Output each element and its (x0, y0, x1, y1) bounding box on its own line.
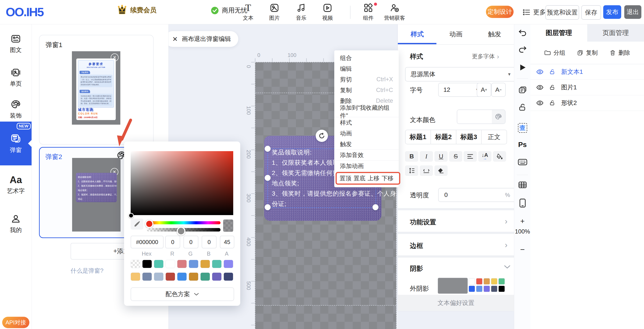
delete-button[interactable]: 删除 (610, 49, 630, 57)
shadow-swatch[interactable] (491, 278, 497, 285)
border-section[interactable]: 边框 (410, 241, 423, 250)
opacity-input[interactable]: 0 % (438, 188, 516, 202)
preview-play-button[interactable] (514, 63, 531, 71)
underline-button[interactable]: U (434, 151, 448, 162)
swatch[interactable] (212, 260, 222, 268)
menu-item-group[interactable]: 组合 (334, 52, 399, 63)
align-button[interactable] (464, 151, 477, 162)
strikethrough-button[interactable]: S (449, 151, 462, 162)
bold-button[interactable]: B (405, 151, 418, 162)
letter-spacing-button[interactable] (420, 165, 433, 176)
menu-item-animation[interactable]: 动画 (334, 128, 399, 139)
renew-membership-button[interactable]: 续费会员 (117, 4, 156, 16)
rotate-handle[interactable] (316, 130, 328, 142)
tab-trigger[interactable]: 触发 (475, 24, 514, 44)
grid-button[interactable] (514, 181, 531, 189)
tab-layer-management[interactable]: 图层管理 (530, 24, 587, 42)
resize-handle-w[interactable] (264, 175, 271, 181)
save-button[interactable]: 保存 (581, 5, 601, 20)
tool-components[interactable]: 组件 (355, 3, 382, 21)
tab-page-management[interactable]: 页面管理 (587, 24, 644, 42)
chevron-down-icon[interactable] (504, 264, 511, 270)
shadow-swatch[interactable] (491, 286, 497, 292)
sidebar-item-decoration[interactable]: 装饰 (0, 99, 32, 120)
bring-to-front[interactable]: 置顶 (340, 174, 351, 182)
swatch[interactable] (212, 273, 222, 281)
photoshop-button[interactable]: Ps (514, 141, 531, 149)
chevron-right-icon[interactable]: › (505, 241, 508, 250)
more-button[interactable]: 更多 (523, 8, 546, 17)
line-spacing-button[interactable] (405, 165, 418, 176)
resize-handle-se[interactable] (372, 204, 378, 210)
swatch[interactable] (200, 260, 210, 268)
hue-slider[interactable] (147, 221, 220, 224)
eyedropper-button[interactable] (131, 219, 143, 230)
sidebar-item-mine[interactable]: 我的 (0, 214, 32, 234)
swatch[interactable] (224, 273, 233, 281)
sidebar-item-popup[interactable]: NEW 弹窗 (0, 122, 32, 165)
shadow-section[interactable]: 阴影 (410, 264, 423, 273)
body-text-button[interactable]: 正文 (482, 130, 506, 144)
copy-page-button[interactable] (514, 86, 531, 95)
tool-video[interactable]: 视频 (314, 3, 341, 21)
text-color-field[interactable] (457, 109, 506, 124)
tool-music[interactable]: 音乐 (288, 3, 314, 21)
shadow-swatch[interactable] (476, 286, 482, 292)
shadow-color-preview[interactable] (438, 278, 468, 294)
eraser-button[interactable] (434, 165, 448, 176)
shadow-swatch[interactable] (469, 286, 475, 292)
heading1-button[interactable]: 标题1 (406, 130, 431, 144)
hex-input[interactable]: #000000 (131, 236, 164, 248)
g-input[interactable]: 0 (184, 236, 198, 248)
tool-image[interactable]: 图片 (261, 3, 288, 21)
italic-button[interactable]: I (420, 151, 433, 162)
text-preference-footer[interactable]: 文本偏好设置 (398, 295, 514, 311)
swatch[interactable] (166, 273, 175, 281)
publish-button[interactable]: 发布 (603, 5, 621, 19)
custom-design-button[interactable]: 定制设计 (486, 6, 514, 18)
tab-style[interactable]: 样式 (398, 24, 437, 44)
font-family-select[interactable]: 思源黑体▾ (405, 67, 516, 81)
sidebar-item-graphic[interactable]: 图文 (0, 34, 32, 54)
swatch[interactable] (200, 273, 210, 281)
exit-button[interactable]: 退出 (624, 5, 641, 19)
swatch[interactable] (166, 260, 175, 268)
keyboard-shortcuts-button[interactable] (514, 158, 531, 166)
saturation-gradient[interactable] (131, 151, 233, 215)
tool-text[interactable]: T 文本 (235, 3, 261, 21)
redo-button[interactable] (514, 45, 531, 54)
menu-item-add-favorite[interactable]: 添加到"我收藏的组件" (334, 106, 399, 117)
shadow-swatch[interactable] (469, 278, 475, 285)
palette-icon[interactable] (492, 110, 505, 124)
shadow-swatch[interactable] (476, 278, 482, 285)
heading3-button[interactable]: 标题3 (456, 130, 482, 144)
menu-item-cut[interactable]: 剪切Ctrl+X (334, 74, 399, 85)
shadow-swatch[interactable] (498, 278, 505, 285)
fill-bucket-button[interactable] (493, 151, 506, 162)
what-is-popup-link[interactable]: 什么是弹窗? (70, 267, 104, 275)
layer-row-text1[interactable]: 新文本1 (530, 64, 644, 80)
eye-icon[interactable] (536, 69, 544, 75)
swatch[interactable] (177, 260, 187, 268)
unlock-icon[interactable] (549, 100, 556, 106)
zoom-out-button[interactable]: − (514, 245, 531, 254)
move-up[interactable]: 上移 (368, 174, 380, 182)
color-scheme-button[interactable]: 配色方案 (131, 287, 234, 301)
more-fonts-link[interactable]: 更多字体› (472, 52, 499, 60)
swatch[interactable] (131, 273, 140, 281)
menu-item-add-sound[interactable]: 添加音效 (334, 150, 399, 160)
hue-handle[interactable] (145, 220, 154, 228)
alpha-handle[interactable] (177, 227, 186, 236)
layer-row-image1[interactable]: 图片1 (530, 80, 644, 95)
resize-handle-sw[interactable] (264, 204, 271, 210)
resize-handle-nw[interactable] (264, 146, 271, 152)
zoom-in-button[interactable]: + (514, 217, 531, 225)
function-settings-section[interactable]: 功能设置 (410, 218, 436, 227)
exit-popup-edit-button[interactable]: ✕ 画布退出弹窗编辑 (165, 31, 238, 47)
gradient-handle[interactable] (128, 213, 134, 218)
a-input[interactable]: 45 (220, 236, 234, 248)
text-direction-button[interactable]: ↓A→ (478, 151, 492, 162)
tab-animation[interactable]: 动画 (437, 24, 476, 44)
b-input[interactable]: 0 (202, 236, 216, 248)
swatch[interactable] (142, 273, 152, 281)
